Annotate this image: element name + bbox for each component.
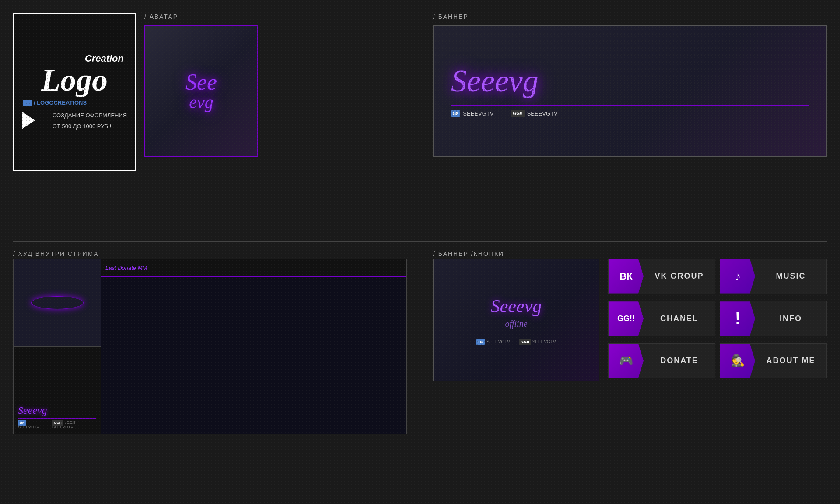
donate-button[interactable]: 🎮 DONATE xyxy=(608,343,715,378)
avatar-name-line1: See xyxy=(186,71,217,94)
offline-vk-handle: SEEEVGTV xyxy=(486,340,510,344)
hud-vk-handle: SEEEVGTV xyxy=(18,425,39,429)
donate-icon-area: 🎮 xyxy=(609,344,644,378)
banner-vk-social: ВК SEEEVGTV xyxy=(451,110,494,117)
offline-social-row: ВК SEEEVGTV GG!! SEEEVGTV xyxy=(450,336,582,344)
offline-gg-handle: SEEEVGTV xyxy=(532,340,556,344)
info-label: INFO xyxy=(755,314,826,323)
hud-left-panel: Seeevg ВК SEEEVGTV GG!! bGG!! SEEEVGTV xyxy=(14,259,101,434)
logo-desc-line1: СОЗДАНИЕ ОФОРМЛЕНИЯ xyxy=(39,111,127,120)
logo-desc-row: СОЗДАНИЕ ОФОРМЛЕНИЯ ОТ 500 ДО 1000 РУБ ! xyxy=(22,109,127,131)
offline-gg: GG!! SEEEVGTV xyxy=(519,340,556,344)
banner-name-art: Seeevg xyxy=(451,65,539,97)
avatar-name-art: See evg xyxy=(186,71,217,111)
hud-gg: GG!! bGG!! SEEEVGTV xyxy=(52,420,96,429)
banner-gg-handle: SEEEVGTV xyxy=(527,110,558,117)
hud-social-row: ВК SEEEVGTV GG!! bGG!! SEEEVGTV xyxy=(18,418,96,429)
music-icon: ♪ xyxy=(735,270,741,284)
logo-vk-handle: / LOGOCREATIONS xyxy=(34,99,87,106)
top-right-section: / БАННЕР Seeevg ВК SEEEVGTV GG!! SEEEVGT… xyxy=(420,13,827,242)
music-label: MUSIC xyxy=(755,272,826,281)
vk-icon: ВК xyxy=(23,100,32,106)
offline-name-art: Seeevg xyxy=(491,296,542,317)
info-button[interactable]: ! INFO xyxy=(720,301,827,336)
banner-gg-icon: GG!! xyxy=(511,110,524,117)
hud-donate-bar: Last Donate MM xyxy=(101,259,406,277)
vk-group-label: VK GROUP xyxy=(644,272,715,281)
bottom-left-section: / ХУД ВНУТРИ СТРИМА Seeevg ВК SEEEVGTV xyxy=(13,242,420,496)
music-button[interactable]: ♪ MUSIC xyxy=(720,259,827,294)
buttons-grid: ВК VK GROUP ♪ MUSIC GG!! CHANEL xyxy=(608,259,827,382)
hud-cam-glow xyxy=(31,296,84,309)
music-icon-area: ♪ xyxy=(720,259,755,294)
info-icon-area: ! xyxy=(720,301,755,336)
logo-main-text: Logo xyxy=(41,64,108,96)
banner-social-row: ВК SEEEVGTV GG!! SEEEVGTV xyxy=(451,105,809,117)
hud-donate-text: Last Donate MM xyxy=(105,265,147,271)
hud-vk: ВК SEEEVGTV xyxy=(18,420,48,429)
hud-camera-area xyxy=(14,259,101,347)
bottom-right-section: / БАННЕР /КНОПКИ Seeevg offline ВК SEEEV… xyxy=(420,242,827,496)
hud-section-label: / ХУД ВНУТРИ СТРИМА xyxy=(13,250,407,259)
vk-group-icon-area: ВК xyxy=(609,259,644,294)
chanel-icon-area: GG!! xyxy=(609,301,644,336)
banner-gg-social: GG!! SEEEVGTV xyxy=(511,110,557,117)
chanel-label: CHANEL xyxy=(644,314,715,323)
banner-buttons-label: / БАННЕР /КНОПКИ xyxy=(433,250,827,259)
buttons-layout: Seeevg offline ВК SEEEVGTV GG!! SEEEVGTV xyxy=(433,259,827,382)
banner-image: Seeevg ВК SEEEVGTV GG!! SEEEVGTV xyxy=(433,25,827,157)
hud-main-area: Last Donate MM xyxy=(101,259,406,434)
offline-status-text: offline xyxy=(505,319,527,329)
avatar-section-label: / АВАТАР xyxy=(144,13,258,22)
banner-vk-icon: ВК xyxy=(451,110,460,117)
offline-gg-icon: GG!! xyxy=(519,339,531,345)
donate-icon: 🎮 xyxy=(619,354,633,368)
logo-vk-row: ВК / LOGOCREATIONS xyxy=(18,99,130,106)
about-me-icon-area: 🕵 xyxy=(720,344,755,378)
chanel-icon: GG!! xyxy=(617,314,635,323)
top-left-section: Creation Logo ВК / LOGOCREATIONS СОЗДАНИ… xyxy=(13,13,420,242)
hud-name-art: Seeevg xyxy=(18,405,96,416)
main-layout: Creation Logo ВК / LOGOCREATIONS СОЗДАНИ… xyxy=(0,0,840,504)
donate-label: DONATE xyxy=(644,356,715,365)
avatar-section: / АВАТАР See evg xyxy=(144,13,258,232)
about-me-label: ABOUT ME xyxy=(755,356,826,365)
triangle-icon xyxy=(22,112,35,129)
offline-banner: Seeevg offline ВК SEEEVGTV GG!! SEEEVGTV xyxy=(433,259,599,382)
offline-vk-icon: ВК xyxy=(476,339,485,345)
avatar-name-line2: evg xyxy=(186,94,217,111)
vk-group-button[interactable]: ВК VK GROUP xyxy=(608,259,715,294)
banner-section-label: / БАННЕР xyxy=(433,13,827,22)
hud-info-area: Seeevg ВК SEEEVGTV GG!! bGG!! SEEEVGTV xyxy=(14,347,101,434)
info-icon: ! xyxy=(735,309,740,328)
banner-vk-handle: SEEEVGTV xyxy=(463,110,494,117)
logo-desc-line2: ОТ 500 ДО 1000 РУБ ! xyxy=(39,122,127,131)
vk-group-icon: ВК xyxy=(620,271,632,282)
offline-vk: ВК SEEEVGTV xyxy=(476,340,510,344)
stream-hud: Seeevg ВК SEEEVGTV GG!! bGG!! SEEEVGTV xyxy=(13,259,407,434)
hud-stream-area xyxy=(101,277,406,434)
logo-box: Creation Logo ВК / LOGOCREATIONS СОЗДАНИ… xyxy=(13,13,136,171)
chanel-button[interactable]: GG!! CHANEL xyxy=(608,301,715,336)
logo-creation-text: Creation xyxy=(85,53,128,64)
about-me-button[interactable]: 🕵 ABOUT ME xyxy=(720,343,827,378)
about-me-icon: 🕵 xyxy=(731,354,745,368)
avatar-image: See evg xyxy=(144,25,258,157)
